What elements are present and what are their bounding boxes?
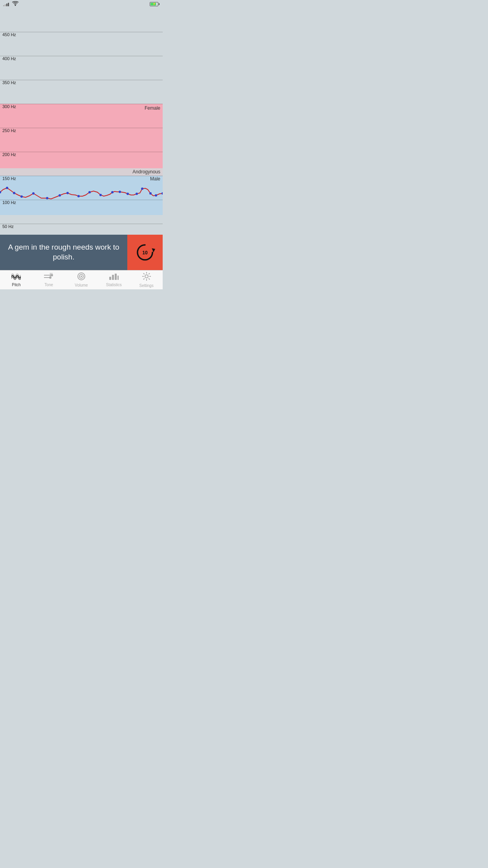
banner-text-area: A gem in the rough needs work to polish. [0, 235, 127, 270]
svg-line-43 [143, 278, 144, 280]
pitch-chart: 450 Hz 400 Hz 350 Hz 300 Hz Female 250 H… [0, 8, 163, 248]
tone-icon [44, 273, 53, 282]
svg-line-42 [149, 273, 150, 274]
battery-icon: ⚡ [150, 2, 160, 6]
tab-tone-label: Tone [44, 283, 53, 287]
signal-icon [3, 2, 9, 6]
hz-label-150: 150 Hz [2, 177, 16, 181]
svg-rect-33 [115, 274, 117, 280]
hz-label-50: 50 Hz [2, 224, 14, 229]
hz-label-350: 350 Hz [2, 81, 16, 85]
hz-label-400: 400 Hz [2, 57, 16, 61]
tab-settings-label: Settings [139, 283, 154, 288]
settings-icon [142, 272, 151, 283]
hz-line-150 [0, 176, 163, 176]
svg-point-0 [15, 5, 16, 6]
hz-line-200 [0, 152, 163, 152]
tab-volume[interactable]: Volume [65, 270, 98, 289]
hz-line-50 [0, 224, 163, 224]
status-right: ⚡ [150, 2, 160, 6]
tab-pitch-label: Pitch [12, 283, 20, 287]
svg-text:10: 10 [142, 250, 148, 256]
svg-rect-32 [112, 275, 114, 280]
hz-line-250 [0, 128, 163, 128]
banner: A gem in the rough needs work to polish.… [0, 235, 163, 270]
hz-line-450 [0, 32, 163, 32]
banner-message: A gem in the rough needs work to polish. [6, 243, 121, 262]
svg-point-30 [81, 276, 82, 277]
tab-tone[interactable]: Tone [33, 270, 65, 289]
pitch-icon [11, 273, 21, 282]
replay-icon: 10 [135, 242, 155, 263]
tab-bar: Pitch Tone Volume [0, 270, 163, 289]
female-label: Female [145, 105, 160, 111]
androgynous-label: Androgynous [132, 169, 160, 175]
tab-settings[interactable]: Settings [130, 270, 163, 289]
hz-label-100: 100 Hz [2, 200, 16, 205]
hz-line-350 [0, 80, 163, 80]
svg-line-41 [149, 278, 150, 280]
hz-label-250: 250 Hz [2, 129, 16, 133]
svg-line-40 [143, 273, 144, 274]
tab-statistics[interactable]: Statistics [97, 270, 130, 289]
wifi-icon [12, 1, 18, 7]
male-label: Male [150, 176, 160, 182]
male-zone [0, 176, 163, 215]
hz-line-400 [0, 56, 163, 56]
svg-rect-31 [109, 277, 111, 280]
hz-line-300 [0, 104, 163, 104]
statistics-icon [109, 273, 119, 282]
status-bar: ⚡ [0, 0, 163, 8]
hz-label-300: 300 Hz [2, 105, 16, 109]
hz-line-100 [0, 200, 163, 200]
tab-volume-label: Volume [75, 283, 88, 287]
tab-statistics-label: Statistics [106, 283, 122, 287]
status-left [3, 1, 18, 7]
replay-button[interactable]: 10 [127, 235, 163, 270]
svg-rect-34 [117, 276, 119, 280]
tab-pitch[interactable]: Pitch [0, 270, 33, 289]
volume-icon [77, 272, 86, 282]
female-zone [0, 104, 163, 168]
hz-label-450: 450 Hz [2, 33, 16, 37]
svg-point-35 [145, 275, 148, 278]
hz-label-200: 200 Hz [2, 153, 16, 157]
